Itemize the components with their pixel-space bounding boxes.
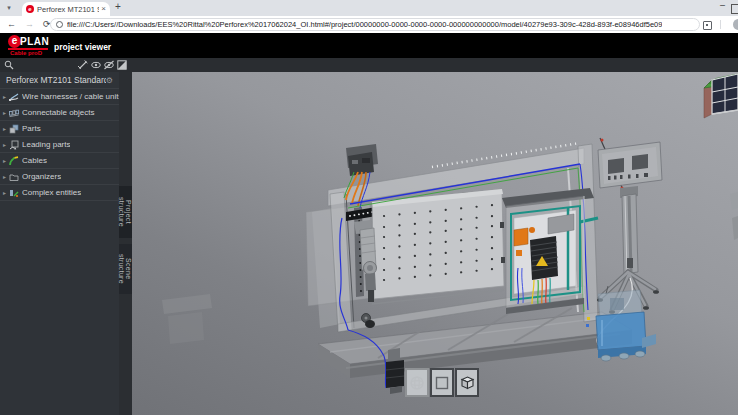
chevron-right-icon[interactable]: ▸ xyxy=(3,173,8,180)
chevron-right-icon[interactable]: ▸ xyxy=(3,109,8,116)
vacuum-tank-blue[interactable] xyxy=(596,286,656,361)
project-tree-panel: Perforex MT2101 Standard ⚙ ▸ Wire harnes… xyxy=(0,72,119,415)
search-icon[interactable] xyxy=(4,60,14,70)
hide-eye-icon[interactable] xyxy=(104,60,114,70)
eplan-logo-plan: PLAN xyxy=(20,36,49,47)
toolbar-separator xyxy=(720,20,721,29)
tree-item-cables[interactable]: ▸ Cables xyxy=(0,152,119,168)
wire-harness-icon xyxy=(9,92,19,102)
tree-item-connectable-objects[interactable]: ▸ Connectable objects xyxy=(0,104,119,120)
tree-item-label: Complex entities xyxy=(22,188,81,197)
mounting-plate[interactable] xyxy=(372,189,505,299)
project-tree: ▸ Wire harnesses / cable units ▸ Connect… xyxy=(0,88,119,201)
chevron-right-icon[interactable]: ▸ xyxy=(3,157,8,164)
back-button[interactable]: ← xyxy=(7,19,16,29)
url-text: file:///C:/Users//Downloads/EES%20Rittal… xyxy=(67,20,662,29)
tree-item-wire-harnesses[interactable]: ▸ Wire harnesses / cable units xyxy=(0,88,119,104)
tree-item-label: Connectable objects xyxy=(22,108,95,117)
chevron-right-icon[interactable]: ▸ xyxy=(3,125,8,132)
tree-item-organizers[interactable]: ▸ Organizers xyxy=(0,168,119,184)
tree-item-label: Parts xyxy=(22,124,41,133)
tab-search-icon[interactable]: ▾ xyxy=(3,2,15,14)
site-info-icon[interactable] xyxy=(56,21,63,28)
tree-item-label: Cables xyxy=(22,156,47,165)
flat-view-button[interactable] xyxy=(430,368,454,397)
browser-tab[interactable]: e Perforex MT2101 Standard × xyxy=(22,2,110,16)
browser-address-bar: ← → ⟳ file:///C:/Users//Downloads/EES%20… xyxy=(0,16,738,33)
tree-item-label: Organizers xyxy=(22,172,61,181)
view-mode-controls xyxy=(405,368,480,397)
new-tab-button[interactable]: + xyxy=(115,1,121,12)
right-edge-fragments xyxy=(730,192,738,240)
cube-3d-icon xyxy=(459,374,476,391)
tree-item-leading-parts[interactable]: ▸ Leading parts xyxy=(0,136,119,152)
forward-button[interactable]: → xyxy=(25,19,34,29)
gear-icon[interactable]: ⚙ xyxy=(106,76,113,85)
orbit-sphere-icon xyxy=(409,375,425,391)
screenshot-icon[interactable] xyxy=(117,60,127,70)
tree-item-parts[interactable]: ▸ Parts xyxy=(0,120,119,136)
3d-viewport[interactable] xyxy=(132,72,738,415)
flat-square-icon xyxy=(434,375,450,391)
tree-item-label: Leading parts xyxy=(22,140,70,149)
browser-tab-strip: ▾ e Perforex MT2101 Standard × + – xyxy=(0,0,738,16)
viewer-toolbar xyxy=(0,58,738,72)
project-tree-header: Perforex MT2101 Standard ⚙ xyxy=(0,72,119,88)
extensions-icon[interactable] xyxy=(703,21,712,30)
project-title: Perforex MT2101 Standard xyxy=(6,75,106,85)
chevron-right-icon[interactable]: ▸ xyxy=(3,189,8,196)
eplan-favicon-icon: e xyxy=(26,5,34,13)
leading-parts-icon xyxy=(9,140,19,150)
omnibox[interactable]: file:///C:/Users//Downloads/EES%20Rittal… xyxy=(50,18,700,31)
panel-tab-rail: Project structure Scene structure xyxy=(119,72,132,415)
cables-icon xyxy=(9,156,19,166)
eplan-header: e PLAN Cable proD project viewer xyxy=(0,33,738,58)
minimize-button[interactable]: – xyxy=(720,0,725,10)
tab-project-structure[interactable]: Project structure xyxy=(119,186,132,238)
measure-icon[interactable] xyxy=(78,60,88,70)
cube-view-button[interactable] xyxy=(455,368,479,397)
tab-title: Perforex MT2101 Standard xyxy=(37,5,99,14)
chevron-right-icon[interactable]: ▸ xyxy=(3,141,8,148)
eplan-logo: e PLAN Cable proD xyxy=(8,35,54,56)
organizers-icon xyxy=(9,172,19,182)
tab-close-icon[interactable]: × xyxy=(101,5,106,13)
eplan-logo-subtitle: Cable proD xyxy=(10,50,42,56)
chevron-right-icon[interactable]: ▸ xyxy=(3,93,8,100)
3d-scene[interactable] xyxy=(132,72,738,415)
parts-icon xyxy=(9,124,19,134)
mini-cabinet[interactable] xyxy=(704,74,738,118)
connectable-objects-icon xyxy=(9,108,19,118)
orbit-view-button[interactable] xyxy=(405,368,429,397)
complex-entities-icon xyxy=(9,188,19,198)
tree-item-label: Wire harnesses / cable units xyxy=(22,92,119,101)
maximize-button[interactable] xyxy=(731,4,738,14)
profile-avatar[interactable] xyxy=(733,19,738,30)
tab-scene-structure[interactable]: Scene structure xyxy=(119,244,132,294)
tree-item-complex-entities[interactable]: ▸ Complex entities xyxy=(0,184,119,201)
app-title: project viewer xyxy=(54,42,111,52)
left-fixture-fragments xyxy=(162,294,212,344)
show-eye-icon[interactable] xyxy=(91,60,101,70)
